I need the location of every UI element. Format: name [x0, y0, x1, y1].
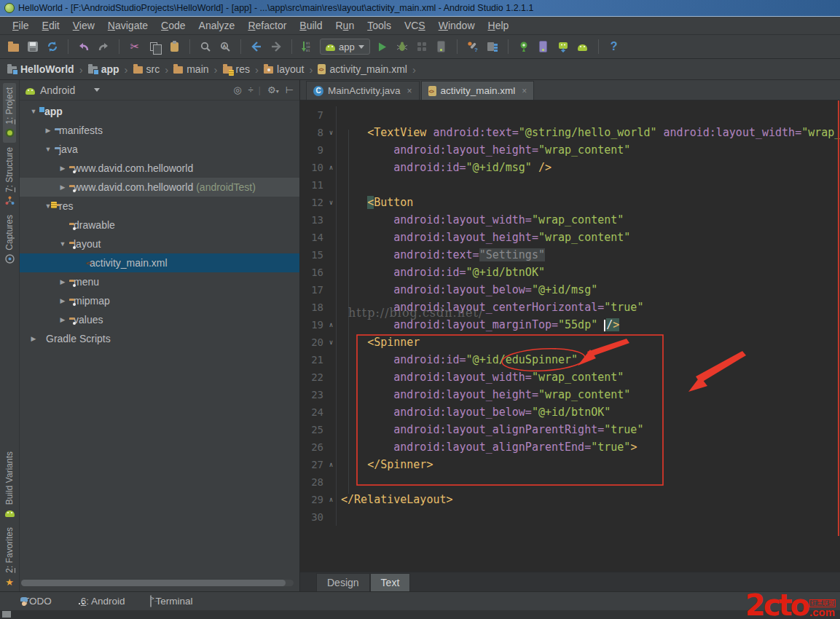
chevron-down-icon[interactable]: [94, 88, 100, 92]
sync-button[interactable]: [45, 39, 60, 54]
close-icon[interactable]: ×: [522, 86, 527, 96]
menu-item-vcs[interactable]: VCS: [398, 18, 432, 33]
tool-window-button-build-variants[interactable]: Build Variants: [3, 447, 16, 523]
menu-item-help[interactable]: Help: [482, 18, 516, 33]
tool-window-button-2-favorites[interactable]: 2: Favorites★: [3, 523, 16, 591]
tree-item-res[interactable]: ▼res: [20, 197, 299, 216]
menu-item-file[interactable]: File: [6, 18, 36, 33]
code-line-30[interactable]: 30: [300, 508, 840, 526]
tree-item-manifests[interactable]: ▶manifests: [20, 121, 299, 140]
editor-tab-activity-main-xml[interactable]: activity_main.xml×: [421, 81, 535, 100]
fold-marker[interactable]: ∧: [326, 491, 337, 508]
code-line-10[interactable]: 10∧ android:id="@+id/msg" />: [300, 159, 840, 176]
tool-window-button-1-project[interactable]: 1: Project: [3, 83, 16, 143]
locate-file-icon[interactable]: ◎: [233, 84, 241, 95]
tree-item-values[interactable]: ▶values: [20, 310, 299, 329]
tree-expand-arrow[interactable]: ▶: [27, 335, 40, 342]
code-line-16[interactable]: 16 android:id="@+id/btnOK": [300, 264, 840, 281]
tree-expand-arrow[interactable]: ▼: [42, 146, 55, 153]
tree-item-layout[interactable]: ▼layout: [20, 234, 299, 253]
code-line-7[interactable]: 7: [300, 106, 840, 124]
tree-expand-arrow[interactable]: ▶: [56, 278, 69, 285]
forward-button[interactable]: [269, 39, 283, 54]
tool-window-button-captures[interactable]: Captures: [3, 210, 16, 269]
code-line-13[interactable]: 13 android:layout_width="wrap_content": [300, 211, 840, 229]
attach-debugger-button[interactable]: [434, 39, 449, 54]
tree-item-gradle-scripts[interactable]: ▶Gradle Scripts: [20, 329, 299, 348]
code-line-23[interactable]: 23 android:layout_height="wrap_content": [300, 386, 840, 403]
statusbar-item-todo[interactable]: TODO: [19, 596, 52, 607]
menu-item-code[interactable]: Code: [154, 18, 192, 33]
tree-expand-arrow[interactable]: ▶: [56, 316, 69, 323]
paste-button[interactable]: [167, 39, 181, 54]
code-line-29[interactable]: 29∧</RelativeLayout>: [300, 491, 840, 508]
sdk-manager-button[interactable]: [556, 39, 570, 54]
tree-item-www-david-com-helloworld-androidtest[interactable]: ▶www.david.com.helloworld(androidTest): [20, 178, 299, 197]
compile-button[interactable]: 011001: [300, 39, 315, 54]
code-editor[interactable]: 78∨ <TextView android:text="@string/hell…: [300, 100, 840, 572]
fold-marker[interactable]: ∧: [326, 316, 337, 334]
menu-item-window[interactable]: Window: [432, 18, 482, 33]
android-monitor-button[interactable]: [576, 39, 590, 54]
breadcrumb-item-helloworld[interactable]: HelloWorld: [7, 63, 74, 75]
run-button[interactable]: [375, 39, 390, 54]
open-file-button[interactable]: [6, 39, 20, 54]
breadcrumb-item-app[interactable]: app: [88, 63, 119, 75]
avd-manager-button[interactable]: [536, 39, 551, 54]
copy-button[interactable]: [147, 39, 162, 54]
breadcrumb-item-layout[interactable]: layout: [264, 63, 304, 75]
menu-item-run[interactable]: Run: [329, 18, 361, 33]
menu-item-view[interactable]: View: [66, 18, 101, 33]
tree-item-menu[interactable]: ▶menu: [20, 272, 299, 291]
code-line-22[interactable]: 22 android:layout_width="wrap_content": [300, 368, 840, 386]
tree-expand-arrow[interactable]: ▶: [56, 297, 69, 304]
mode-tab-text[interactable]: Text: [370, 573, 411, 591]
breadcrumb-item-activity-main-xml[interactable]: activity_main.xml: [318, 63, 407, 75]
menu-item-analyze[interactable]: Analyze: [192, 18, 242, 33]
menu-item-refactor[interactable]: Refactor: [241, 18, 293, 33]
code-line-21[interactable]: 21 android:id="@+id/eduSpinner": [300, 351, 840, 368]
collapse-all-icon[interactable]: ÷: [248, 84, 251, 95]
tree-item-www-david-com-helloworld[interactable]: ▶www.david.com.helloworld: [20, 159, 299, 178]
editor-tab-mainactivity-java[interactable]: CMainActivity.java×: [306, 81, 420, 100]
fold-marker[interactable]: ∨: [326, 124, 337, 141]
code-line-12[interactable]: 12∨ <Button: [300, 194, 840, 211]
horizontal-scrollbar[interactable]: [21, 580, 294, 586]
project-structure-button[interactable]: [485, 39, 500, 54]
code-line-24[interactable]: 24 android:layout_below="@+id/btnOK": [300, 403, 840, 421]
save-all-button[interactable]: [25, 39, 40, 54]
tree-item-app[interactable]: ▼app: [20, 102, 299, 121]
help-button[interactable]: ?: [607, 39, 621, 54]
coverage-button[interactable]: [415, 39, 429, 54]
code-line-17[interactable]: 17 android:layout_below="@+id/msg": [300, 281, 840, 299]
menu-item-build[interactable]: Build: [293, 18, 329, 33]
fold-marker[interactable]: ∨: [326, 194, 337, 211]
tree-expand-arrow[interactable]: ▶: [56, 184, 69, 191]
back-button[interactable]: [249, 39, 264, 54]
code-line-8[interactable]: 8∨ <TextView android:text="@string/hello…: [300, 124, 840, 141]
breadcrumb-item-res[interactable]: res: [223, 63, 250, 75]
code-line-27[interactable]: 27∧ </Spinner>: [300, 456, 840, 473]
menu-item-navigate[interactable]: Navigate: [101, 18, 154, 33]
close-icon[interactable]: ×: [407, 86, 412, 96]
code-line-25[interactable]: 25 android:layout_alignParentRight="true…: [300, 421, 840, 438]
statusbar-item-6-android[interactable]: 6: Android: [76, 596, 125, 607]
code-line-28[interactable]: 28: [300, 473, 840, 491]
tree-item-java[interactable]: ▼java: [20, 140, 299, 159]
tree-expand-arrow[interactable]: ▶: [42, 127, 55, 134]
redo-button[interactable]: [96, 39, 111, 54]
undo-button[interactable]: [76, 39, 91, 54]
tree-expand-arrow[interactable]: ▶: [56, 165, 69, 172]
fold-marker[interactable]: ∧: [326, 456, 337, 473]
code-line-14[interactable]: 14 android:layout_height="wrap_content": [300, 229, 840, 246]
run-configuration-select[interactable]: app: [320, 39, 370, 55]
mode-tab-design[interactable]: Design: [316, 573, 370, 591]
statusbar-item-terminal[interactable]: Terminal: [150, 596, 193, 607]
tool-window-button-7-structure[interactable]: 7: Structure: [3, 143, 16, 210]
replace-button[interactable]: A: [218, 39, 232, 54]
tree-item-mipmap[interactable]: ▶mipmap: [20, 291, 299, 310]
code-line-26[interactable]: 26 android:layout_alignParentEnd="true">: [300, 438, 840, 456]
tree-item-activity-main-xml[interactable]: activity_main.xml: [20, 253, 299, 272]
cut-button[interactable]: ✂: [127, 39, 142, 54]
breadcrumb-item-src[interactable]: src: [133, 63, 160, 75]
